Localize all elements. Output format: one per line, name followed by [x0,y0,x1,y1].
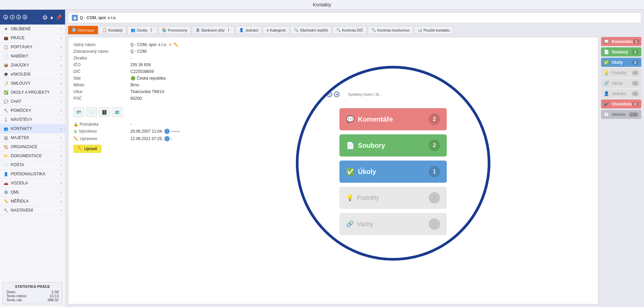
right-btn-komentare[interactable]: 💬 Komentáře 1 [601,37,641,46]
historie-count: 119 [629,112,639,117]
text-stat: Česká republika [137,76,166,81]
briefcase-icon: 💼 [3,35,9,41]
stats-value-dnes: 2,58 [52,290,59,294]
sidebar-item-navstevy[interactable]: 🚶NÁVŠTĚVY › [0,115,65,124]
sidebar-item-nabidky[interactable]: 📄NABÍDKY › [0,52,65,61]
value-ulice: Tkalcovská 799/14 [130,89,593,94]
circle-btn-podnety[interactable]: 💡 Podněty 0 [339,187,447,209]
tasks-icon: ✅ [3,90,9,95]
sidebar-item-zakazky[interactable]: 📦ZAKÁZKY › [0,61,65,70]
right-btn-vazby[interactable]: 🔗 Vazby 0 [601,79,641,88]
right-btn-historie[interactable]: 🕐 Historie 119 [601,110,641,119]
svg-text:·: · [21,16,22,19]
sidebar-item-nastaveni[interactable]: 🔧NASTAVENÍ › [0,206,65,215]
svg-text:·: · [15,16,16,19]
value-uplny-nazev: Q - COM, spol. s r.o. ★ ✏️ [130,42,593,47]
sidebar-item-vozidla[interactable]: 🚗VOZIDLA › [0,179,65,188]
sidebar-item-prace[interactable]: 💼PRÁCE › [0,34,65,43]
sidebar-item-smlouvy[interactable]: 📝SMLOUVY › [0,79,65,88]
sidebar-item-personalistika[interactable]: 👤PERSONALISTIKA › [0,170,65,179]
tab-informace[interactable]: ℹ️ Informace [68,26,98,34]
right-btn-checklists[interactable]: ✔️ Checklists 0 [601,99,641,108]
email-btn[interactable]: ✉️ [86,107,97,117]
tabs-bar: ℹ️ Informace 📋 Kontakty 👥 Osoby 2 🏪 Prov… [68,26,641,34]
circle-btn-soubory[interactable]: 📄 Soubory 2 [339,134,447,157]
sidebar-item-eskoleni[interactable]: 🎓eSKOLENÍ › [0,70,65,79]
label-stat: Stát [73,76,127,81]
sidebar-power-btn[interactable]: ⏻ [43,14,47,20]
sidebar-item-poptavky[interactable]: 📋POPTÁVKY › [0,43,65,52]
building-icon: 🏢 [3,135,9,140]
chevron-icon: › [61,63,62,67]
sidebar-item-kontakty[interactable]: 👥KONTAKTY › [0,124,65,133]
tab-provozovny[interactable]: 🏪 Provozovny [158,26,191,34]
sidebar-item-oblibene[interactable]: ★OBLÍBENÉ › [0,25,65,34]
sidebar-item-meridla[interactable]: 📏MĚŘIDLA › [0,197,65,206]
label-zobrazovany: Zobrazovaný název [73,49,127,54]
circle-btn-komentare[interactable]: 💬 Komentáře 2 [339,108,447,130]
sidebar-item-majetek[interactable]: 🏢MAJETEK › [0,133,65,142]
podnety-count: 0 [632,71,639,75]
value-dic: CZ25538659 [130,69,593,74]
flag-icon: 🟢 [130,76,136,81]
chevron-icon: › [61,73,62,76]
stats-row-dnes: Dnes: 2,58 [6,290,59,294]
tab-kontrola-insolvence[interactable]: 🔍 Kontrola insolvence [368,26,413,34]
company-info-grid: Úplný název Q - COM, spol. s r.o. ★ ✏️ Z… [73,42,593,101]
tab-kategorie[interactable]: ≡ Kategorie [263,26,289,34]
chevron-icon: › [61,54,62,58]
tab-pouziti[interactable]: 📊 Použití kontaktu [414,26,453,34]
circle-btn-vazby[interactable]: 🔗 Vazby [339,213,447,235]
tab-kontakty-icon: 📋 [102,28,107,32]
tab-kontakty[interactable]: 📋 Kontakty [99,26,126,34]
right-btn-podnety[interactable]: 💡 Podněty 0 [601,68,641,77]
sidebar-item-posta[interactable]: ✉️POŠTA › [0,161,65,170]
tab-osoby-icon: 👥 [131,28,136,32]
tab-jednani[interactable]: 👤 Jednání [235,26,262,34]
tab-bankovni[interactable]: 🏦 Bankovní účty 1 [192,26,235,34]
tab-jednani-icon: 👤 [239,28,244,32]
sidebar-pin-btn[interactable]: 📌 [56,14,62,20]
text-uplny-nazev: Q - COM, spol. s r.o. [130,42,167,47]
edit-button[interactable]: ✏️ Upravit [73,145,101,153]
circle-btn-ukoly[interactable]: ✅ Úkoly 1 [339,161,447,183]
map-btn[interactable]: 🗺️ [112,107,122,117]
sidebar-collapse-btn[interactable]: ▲ [49,14,54,20]
lock-icon: 🔒 [73,122,78,127]
chevron-icon: › [61,154,62,158]
tab-obchodni[interactable]: 🔍 Obchodní rejstřík [290,26,332,34]
mail-icon: ✉️ [3,162,9,168]
right-btn-jednani[interactable]: 👤 Jednání 0 [601,89,641,98]
right-btn-ukoly[interactable]: ✅ Úkoly 0 [601,58,641,67]
sidebar-item-dokumentace[interactable]: 📁DOKUMENTACE › [0,151,65,161]
stats-row-rok: Tento rok: 388,02 [6,298,59,302]
org-icon: 🏗️ [3,144,9,149]
sidebar-item-pomucky[interactable]: 🔧POMŮCKY › [0,106,65,115]
contact-card-btn[interactable]: 🪪 [73,107,84,117]
database-btn[interactable]: 🗄️ [99,107,110,117]
edit-icon[interactable]: ✏️ [173,42,178,47]
tab-kontrola-dic-label: Kontrola DIČ [342,28,363,32]
svg-text:·: · [8,16,9,19]
tab-bankovni-label: Bankovní účty [202,28,225,32]
ukoly-count: 0 [632,60,639,65]
sidebar-item-qml[interactable]: ⚙️QML › [0,188,65,197]
chevron-icon: › [61,109,62,113]
value-zobrazovany: Q - COM [130,49,593,54]
vazby-icon: 🔗 [604,81,609,86]
sidebar-item-organizace[interactable]: 🏗️ORGANIZACE › [0,142,65,151]
sidebar-item-ukoly-projekty[interactable]: ✅ÚKOLY A PROJEKTY › [0,88,65,97]
person-icon: 🚶 [3,117,9,122]
chevron-icon: › [61,82,62,85]
chevron-icon: › [61,36,62,40]
right-btn-soubory[interactable]: 📄 Soubory 0 [601,47,641,56]
circle-komentare-count: 2 [429,114,440,125]
circle-vazby-icon: 🔗 [346,220,354,228]
sidebar-controls: ⏻ ▲ 📌 [43,14,62,20]
tab-kategorie-label: Kategorie [270,28,286,32]
tab-osoby[interactable]: 👥 Osoby 2 [127,26,158,34]
sidebar-item-chat[interactable]: 💬CHAT › [0,97,65,106]
page-title: Kontakty [313,2,331,7]
pencil-icon: ✏️ [73,136,78,141]
tab-kontrola-dic[interactable]: 🔍 Kontrola DIČ [332,26,367,34]
